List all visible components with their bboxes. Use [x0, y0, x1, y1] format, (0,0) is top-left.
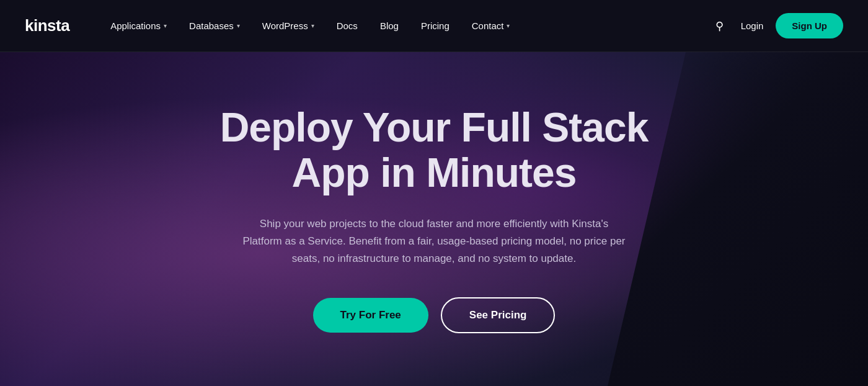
- try-free-button[interactable]: Try For Free: [313, 298, 428, 333]
- hero-section: Deploy Your Full Stack App in Minutes Sh…: [0, 52, 868, 386]
- nav-item-blog[interactable]: Blog: [369, 14, 410, 37]
- signup-button[interactable]: Sign Up: [776, 13, 843, 38]
- chevron-down-icon: ▾: [237, 22, 240, 29]
- nav-item-wordpress[interactable]: WordPress ▾: [251, 14, 326, 37]
- hero-subtitle: Ship your web projects to the cloud fast…: [242, 215, 626, 267]
- nav-links: Applications ▾ Databases ▾ WordPress ▾ D…: [99, 14, 710, 37]
- chevron-down-icon: ▾: [507, 22, 510, 29]
- nav-item-contact[interactable]: Contact ▾: [461, 14, 521, 37]
- chevron-down-icon: ▾: [164, 22, 167, 29]
- logo[interactable]: kinsta: [25, 16, 69, 35]
- hero-buttons: Try For Free See Pricing: [211, 297, 657, 333]
- nav-right: ⚲ Login Sign Up: [711, 13, 843, 38]
- chevron-down-icon: ▾: [311, 22, 314, 29]
- logo-text: kinsta: [25, 16, 69, 35]
- nav-item-pricing[interactable]: Pricing: [410, 14, 461, 37]
- nav-item-databases[interactable]: Databases ▾: [178, 14, 251, 37]
- nav-item-docs[interactable]: Docs: [326, 14, 369, 37]
- hero-content: Deploy Your Full Stack App in Minutes Sh…: [198, 105, 670, 333]
- navbar: kinsta Applications ▾ Databases ▾ WordPr…: [0, 0, 868, 52]
- nav-item-applications[interactable]: Applications ▾: [99, 14, 178, 37]
- login-link[interactable]: Login: [741, 20, 764, 31]
- search-icon[interactable]: ⚲: [711, 14, 728, 38]
- see-pricing-button[interactable]: See Pricing: [441, 297, 556, 333]
- hero-title: Deploy Your Full Stack App in Minutes: [211, 105, 657, 195]
